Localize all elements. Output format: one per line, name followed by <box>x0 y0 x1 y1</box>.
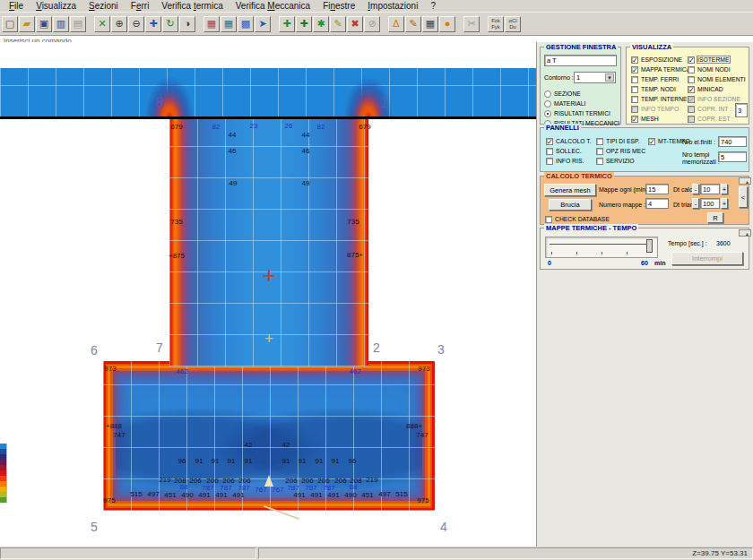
temp-label: 42 <box>245 441 253 449</box>
fire-load-button[interactable]: ● <box>439 16 455 32</box>
temp-label: 96 <box>178 457 186 465</box>
drawing-canvas[interactable]: + + 816723546798244232644826794646494973… <box>0 42 536 547</box>
genera-mesh-button[interactable]: Genera mesh <box>544 184 596 196</box>
nro-el-finiti-label: Nro el.finiti : <box>682 139 715 146</box>
add-node-button[interactable]: ✚ <box>296 16 312 32</box>
contorno-select[interactable]: 1 ▼ <box>574 72 616 83</box>
open-file-button[interactable]: ▰ <box>19 16 35 32</box>
mesh-table-button[interactable]: ▩ <box>238 16 254 32</box>
view-mode-radios: SEZIONEMATERIALIRISULTATI TERMICIRISULTA… <box>544 89 619 128</box>
dt-calc-plus-button[interactable]: + <box>721 184 728 194</box>
checkbox-temp-nodi[interactable]: TEMP. NODI <box>631 84 690 94</box>
thermal-analysis-button[interactable]: Δ <box>388 16 404 32</box>
dt-calc-minus-button[interactable]: - <box>692 184 699 194</box>
checkbox-temp-ferri[interactable]: TEMP. FERRI <box>631 74 690 84</box>
checkbox-tipi-di-esp[interactable]: TIPI DI ESP. <box>596 136 645 146</box>
checkbox-box-icon <box>688 116 695 123</box>
checkbox-label: COPR. INT : <box>697 106 731 112</box>
select-arrow-button[interactable]: ➤ <box>255 16 271 32</box>
checkbox-temp-interne[interactable]: TEMP. INTERNE <box>631 94 690 104</box>
radio-materiali[interactable]: MATERIALI <box>544 99 619 108</box>
menu-sezioni[interactable]: Sezioni <box>82 0 125 12</box>
time-slider[interactable] <box>545 237 658 258</box>
checkbox-box-icon <box>596 138 603 145</box>
cls-du-params-button[interactable]: αCl Du <box>505 16 521 32</box>
edit-table-button[interactable]: ✎ <box>405 16 421 32</box>
copr-int-input[interactable]: 3 <box>735 103 748 117</box>
checkbox-mesh[interactable]: ✓MESH <box>631 114 690 124</box>
radio-label: MATERIALI <box>554 100 585 107</box>
checkbox-servizio[interactable]: SERVIZIO <box>596 156 645 166</box>
radio-sezione[interactable]: SEZIONE <box>544 89 619 99</box>
pan-button[interactable]: ✚ <box>145 16 161 32</box>
new-file-button[interactable]: ▢ <box>2 16 18 32</box>
delete-entity-button[interactable]: ✕ <box>94 16 110 32</box>
checkbox-nomi-nodi[interactable]: NOMI NODI <box>688 65 746 74</box>
menu-verifica-termica[interactable]: Verifica termica <box>155 0 229 12</box>
dt-trian-minus-button[interactable]: - <box>692 198 699 209</box>
zoom-in-button[interactable]: ⊕ <box>111 16 127 32</box>
pannelli-col1: ✓CALCOLO T.SOLLEC.INFO RIS. <box>546 136 592 166</box>
panel-calcolo-termico: CALCOLO TERMICO Genera mesh Brucia Mappe… <box>540 176 749 225</box>
checkbox-nomi-elementi[interactable]: NOMI ELEMENTI <box>688 74 746 84</box>
nodes-table-button[interactable]: ▦ <box>203 16 220 32</box>
checkbox-calcolo-t[interactable]: ✓CALCOLO T. <box>546 136 592 146</box>
add-point-button[interactable]: ✚ <box>279 16 295 32</box>
checkbox-mappa-termica[interactable]: ✓MAPPA TERMICA <box>631 65 690 74</box>
save-all-button[interactable]: ▥ <box>53 16 69 32</box>
checkbox-box-icon: ✓ <box>688 56 695 64</box>
numero-mappe-input[interactable]: 4 <box>645 198 669 209</box>
checkbox-check-database[interactable]: CHECK DATABASE <box>545 214 610 224</box>
elements-table-button[interactable]: ▦ <box>221 16 237 32</box>
fck-fyk-params-button[interactable]: Fck Fyk <box>488 16 504 32</box>
data-grid-button[interactable]: ▦ <box>422 16 438 32</box>
checkbox-label: NOMI ELEMENTI <box>697 76 746 82</box>
section-name-input[interactable]: a T <box>544 55 617 66</box>
menu-finestre[interactable]: Finestre <box>316 0 361 12</box>
temp-label: 96 <box>349 457 357 465</box>
mappe-ogni-input[interactable]: 15 <box>645 184 669 194</box>
panel-mappe-termiche-tempo: MAPPE TERMICHE - TEMPO 0 60 min Tempo [s… <box>540 228 749 270</box>
shade-view-icon: ◑ <box>185 18 191 29</box>
dt-calc-input[interactable]: 10 <box>700 184 720 194</box>
collapse-left-button[interactable]: < <box>739 186 748 208</box>
dt-trian-plus-button[interactable]: + <box>721 198 728 209</box>
add-vertex-button[interactable]: ✱ <box>313 16 329 32</box>
contorno-label: Contorno : <box>544 74 574 82</box>
checkbox-info-ris[interactable]: INFO RIS. <box>546 156 592 166</box>
zoom-out-button[interactable]: ⊖ <box>128 16 144 32</box>
menu-file[interactable]: File <box>3 0 30 12</box>
save-file-button[interactable]: ▣ <box>36 16 52 32</box>
dt-trian-input[interactable]: 100 <box>700 198 720 209</box>
r-button[interactable]: R <box>707 212 723 223</box>
radio-risultati-termici[interactable]: RISULTATI TERMICI <box>544 108 619 118</box>
checkbox-esposizione[interactable]: ✓ESPOSIZIONE <box>631 55 690 65</box>
menu-help[interactable]: ? <box>424 0 442 12</box>
brucia-button[interactable]: Brucia <box>549 199 592 211</box>
menu-ferri[interactable]: Ferri <box>125 0 156 12</box>
temp-label: 515 <box>395 490 407 498</box>
menu-verifica-meccanica[interactable]: Verifica Meccanica <box>229 0 316 12</box>
temp-label: 91 <box>299 457 307 465</box>
checkbox-label: CHECK DATABASE <box>555 216 610 222</box>
edit-point-button[interactable]: ✎ <box>330 16 346 32</box>
hotspot-left <box>140 68 199 117</box>
delete-point-button[interactable]: ✖ <box>347 16 363 32</box>
checkbox-label: TEMP. INTERNE <box>641 96 688 102</box>
checkbox-label: MINICAD <box>697 86 723 92</box>
shade-view-button[interactable]: ◑ <box>179 16 195 32</box>
collapse-up-button[interactable]: ▲ <box>739 229 751 237</box>
cls-du-params-icon: αCl Du <box>508 18 516 30</box>
menu-visualizza[interactable]: Visualizza <box>30 0 82 12</box>
checkbox-minicad[interactable]: ✓MINICAD <box>688 84 746 94</box>
menu-impostazioni[interactable]: Impostazioni <box>361 0 424 12</box>
checkbox-isoterme[interactable]: ✓ISOTERME <box>688 55 746 65</box>
checkbox-box-icon <box>631 96 638 103</box>
checkbox-opz-ris-mec[interactable]: OPZ RIS MEC <box>596 146 645 156</box>
redraw-button[interactable]: ↻ <box>162 16 178 32</box>
collapse-up-button[interactable]: ▲ <box>739 177 751 185</box>
temp-label: 91 <box>245 457 253 465</box>
checkbox-sollec[interactable]: SOLLEC. <box>546 146 592 156</box>
slider-thumb[interactable] <box>646 239 653 253</box>
chevron-down-icon[interactable]: ▼ <box>605 73 614 82</box>
